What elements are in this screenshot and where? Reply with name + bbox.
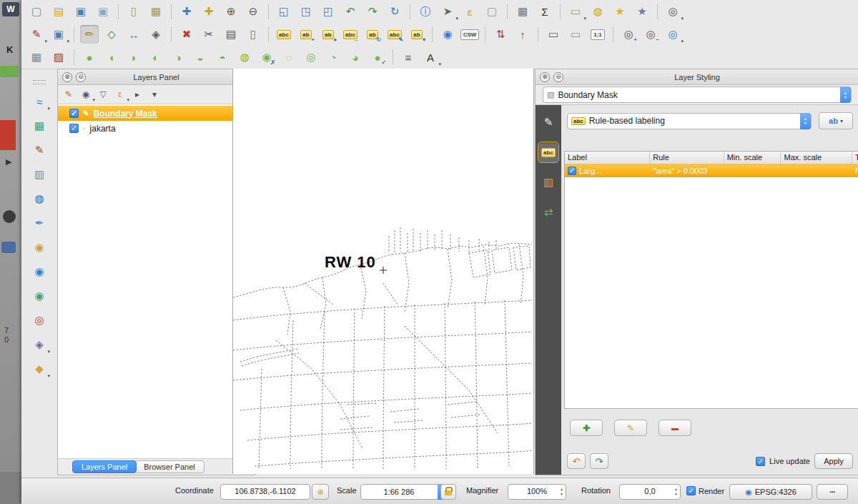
dissolve-button[interactable]: ◑ — [169, 48, 187, 66]
filter-by-expression-button[interactable]: ε▾ — [112, 87, 128, 102]
zoom-native-button[interactable]: 1:1 — [588, 25, 607, 44]
rotate-label-button[interactable]: ab↻ — [363, 25, 382, 44]
field-calculator-button[interactable]: Σ — [536, 2, 554, 21]
sync-upload-button[interactable]: ↑ — [513, 25, 532, 44]
add-wcs-layer-button[interactable]: ◉ — [30, 262, 49, 281]
metasearch-button[interactable]: ◉ — [438, 25, 457, 44]
polygon-to-line-button[interactable]: ◔ — [324, 48, 342, 66]
buffer-button[interactable]: ● — [80, 48, 99, 66]
composer-manager-button[interactable]: ▦ — [147, 2, 165, 21]
spinner-arrows-icon[interactable]: ▲▼ — [674, 487, 678, 497]
current-edits-button[interactable]: ✎▾ — [27, 25, 46, 44]
add-spatialite-layer-button[interactable]: ✒ — [30, 214, 49, 232]
layer-checkbox[interactable]: ✓ — [69, 109, 79, 118]
measure-button[interactable]: ▭▾ — [566, 2, 585, 21]
new-map-view-button[interactable]: ▭ — [544, 25, 563, 44]
change-label-button[interactable]: abc✎ — [385, 25, 404, 44]
rule-row[interactable]: ✓ Larg… "area" > 0.0003 NAM — [565, 164, 858, 177]
attributes-edit-button[interactable]: ▦ — [27, 48, 46, 66]
check-geometry-button[interactable]: ●✓ — [368, 48, 387, 66]
save-layer-edits-button[interactable]: ▣▾ — [49, 25, 68, 44]
open-project-button[interactable]: ▤ — [49, 2, 68, 21]
merge-layers-button[interactable]: ≡ — [399, 48, 418, 66]
add-feature-button[interactable]: ◇ — [102, 25, 121, 44]
labels-tab-button[interactable]: abc — [538, 142, 558, 162]
diagrams-tab-button[interactable]: ▥ — [538, 172, 558, 192]
symmetric-difference-button[interactable]: ◓ — [213, 48, 232, 66]
column-rule[interactable]: Rule — [650, 152, 724, 164]
zoom-out-button[interactable]: ⊖ — [244, 2, 262, 21]
union-button[interactable]: ◍ — [235, 48, 254, 66]
remove-rule-button[interactable]: ▬ — [659, 420, 691, 436]
new-project-button[interactable]: ▢ — [27, 2, 46, 21]
layer-row-jakarta[interactable]: ✓ ◦ jakarta — [58, 121, 255, 136]
column-max-scale[interactable]: Max. scale — [781, 152, 852, 164]
zoom-last-button[interactable]: ↶ — [341, 2, 360, 21]
coordinate-input[interactable]: 106.8738,-6.1102 — [220, 484, 310, 500]
scale-combo[interactable]: 1:66 286 ▼ — [360, 484, 448, 500]
add-rule-button[interactable]: ✚ — [570, 420, 603, 436]
text-properties-button[interactable]: A▾ — [421, 48, 440, 66]
pan-to-selection-button[interactable]: ✚ — [199, 2, 218, 21]
node-tool-button[interactable]: ◈ — [147, 25, 165, 44]
close-panel-button[interactable]: ⊗ — [62, 72, 72, 82]
new-geopackage-layer-button[interactable]: ◆▾ — [30, 360, 49, 378]
detach-panel-button[interactable]: ⊖ — [553, 72, 563, 82]
refresh-map-button[interactable]: ↻ — [385, 2, 404, 21]
save-project-button[interactable]: ▣ — [72, 2, 90, 21]
raster-extent-button[interactable]: ▭ — [566, 25, 585, 44]
messages-button[interactable]: ··· — [817, 484, 848, 500]
toggle-extents-button[interactable]: ⊕ — [312, 484, 329, 500]
tab-layers-panel[interactable]: Layers Panel — [72, 460, 137, 473]
map-canvas[interactable]: RW 10 — [232, 69, 534, 474]
save-project-as-button[interactable]: ▣ — [94, 2, 112, 21]
undo-button[interactable]: ↶ — [567, 453, 586, 469]
raster-calculator-button[interactable]: ▨ — [49, 48, 68, 66]
apply-button[interactable]: Apply — [814, 453, 853, 469]
new-shapefile-layer-button[interactable]: ✎ — [30, 141, 49, 159]
label-diagram-options-button[interactable]: ab▾ — [408, 25, 426, 44]
paste-features-button[interactable]: ▯ — [244, 25, 262, 44]
zoom-full-button[interactable]: ◱ — [275, 2, 293, 21]
detach-panel-button[interactable]: ⊖ — [76, 72, 86, 82]
add-virtual-layer-button[interactable]: ◈▾ — [30, 335, 49, 354]
layer-labeling-options-button[interactable]: abc — [275, 25, 293, 44]
difference-button[interactable]: ◐ — [147, 48, 165, 66]
select-features-button[interactable]: ➤▾ — [438, 2, 457, 21]
csw-catalog-button[interactable]: CSW — [460, 25, 479, 44]
manage-map-themes-button[interactable]: ◉▾ — [78, 87, 94, 102]
convex-hull-button[interactable]: ◗ — [124, 48, 143, 66]
open-layer-styling-button[interactable]: ✎ — [61, 87, 77, 102]
map-tips-button[interactable]: ◍ — [588, 2, 607, 21]
column-min-scale[interactable]: Min. scale — [724, 152, 781, 164]
edit-rule-button[interactable]: ✎ — [614, 420, 647, 436]
add-raster-layer-button[interactable]: ▦ — [30, 117, 49, 135]
pan-map-button[interactable]: ✚ — [177, 2, 196, 21]
combo-stepper[interactable]: ▲▼ — [800, 113, 811, 129]
clip-button[interactable]: ◖ — [102, 48, 121, 66]
tab-browser-panel[interactable]: Browser Panel — [134, 460, 204, 473]
delete-selected-button[interactable]: ✖ — [177, 25, 196, 44]
intersection-button[interactable]: ◒ — [191, 48, 209, 66]
add-vector-layer-button[interactable]: ≈▾ — [30, 92, 49, 111]
deselect-all-button[interactable]: ▢ — [483, 2, 501, 21]
magnifier-settings-button[interactable]: ◎▾ — [664, 25, 682, 44]
column-text[interactable]: Text — [852, 152, 858, 164]
move-feature-button[interactable]: ↔ — [124, 25, 143, 44]
show-bookmarks-button[interactable]: ★ — [633, 2, 651, 21]
add-wms-layer-button[interactable]: ◉ — [30, 238, 49, 257]
toggle-editing-button[interactable]: ✏ — [80, 25, 99, 44]
spinner-arrows-icon[interactable]: ▲▼ — [560, 487, 563, 497]
live-update-checkbox[interactable]: ✓ — [756, 457, 765, 466]
layer-selector-combo[interactable]: ▧ Boundary Mask ▲▼ — [543, 87, 852, 103]
layer-row-boundary-mask[interactable]: ✓ ✎ Boundary Mask — [58, 106, 255, 121]
new-print-composer-button[interactable]: ▯ — [124, 2, 143, 21]
touch-zoom-button[interactable]: ◎▾ — [664, 2, 682, 21]
crs-button[interactable]: ◉ EPSG:4326 — [729, 484, 812, 500]
split-parts-button[interactable]: ◕ — [346, 48, 365, 66]
simplify-button[interactable]: ◌ — [280, 48, 298, 66]
labeling-mode-combo[interactable]: abc Rule-based labeling ▲▼ — [567, 113, 812, 129]
zoom-next-button[interactable]: ↷ — [363, 2, 382, 21]
add-wfs-layer-button[interactable]: ◉ — [30, 287, 49, 305]
magnifier-minus-button[interactable]: ◎− — [641, 25, 660, 44]
